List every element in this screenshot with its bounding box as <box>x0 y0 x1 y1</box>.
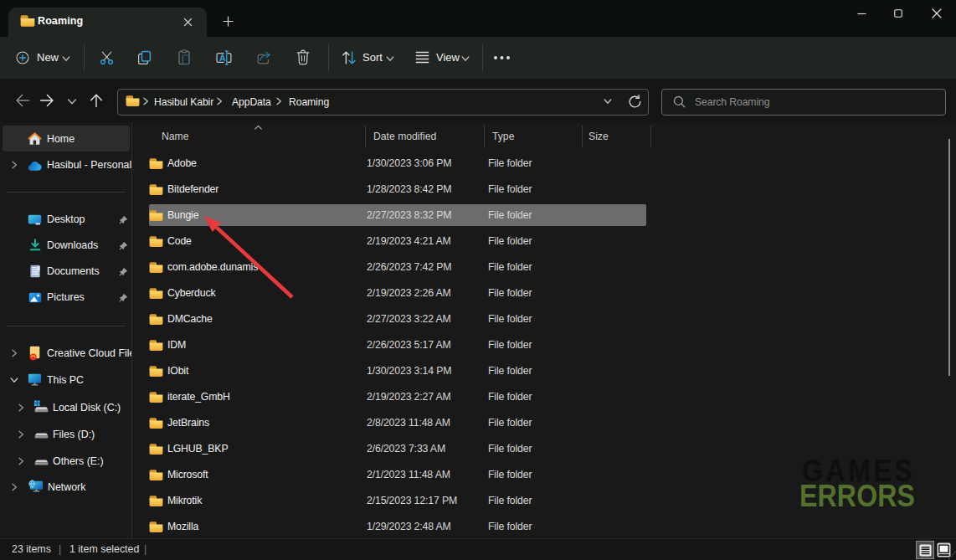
svg-text:A: A <box>219 53 226 63</box>
